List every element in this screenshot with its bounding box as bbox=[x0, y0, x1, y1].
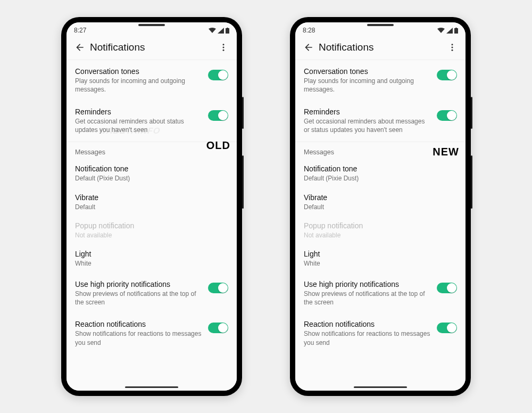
popup-sub: Not available bbox=[75, 231, 223, 239]
notification-tone-row[interactable]: Notification tone Default (Pixie Dust) bbox=[295, 159, 466, 187]
conversation-tones-sub: Play sounds for incoming and outgoing me… bbox=[304, 77, 431, 94]
phone-speaker bbox=[138, 24, 165, 26]
reaction-title: Reaction notifications bbox=[75, 319, 203, 329]
svg-rect-0 bbox=[226, 28, 229, 34]
status-time: 8:27 bbox=[74, 27, 86, 34]
conversation-tones-toggle[interactable] bbox=[437, 70, 457, 80]
wifi-icon bbox=[209, 28, 216, 34]
new-badge: NEW bbox=[433, 146, 459, 158]
notification-tone-title: Notification tone bbox=[75, 164, 223, 174]
reaction-notifications-row[interactable]: Reaction notifications Show notification… bbox=[66, 313, 237, 353]
svg-point-9 bbox=[452, 49, 453, 51]
reminders-title: Reminders bbox=[75, 107, 203, 117]
notification-tone-row[interactable]: Notification tone Default (Pixie Dust) bbox=[66, 159, 237, 187]
light-row[interactable]: Light White bbox=[66, 244, 237, 272]
reaction-toggle[interactable] bbox=[437, 323, 457, 333]
high-priority-toggle[interactable] bbox=[437, 283, 457, 293]
high-priority-sub: Show previews of notifications at the to… bbox=[304, 290, 431, 307]
appbar: Notifications bbox=[66, 36, 237, 60]
more-vertical-icon bbox=[447, 43, 457, 52]
divider bbox=[295, 142, 466, 142]
svg-rect-1 bbox=[227, 28, 228, 28]
light-row[interactable]: Light White bbox=[295, 244, 466, 272]
popup-notification-row: Popup notification Not available bbox=[295, 216, 466, 244]
home-indicator[interactable] bbox=[125, 386, 178, 388]
reminders-row[interactable]: Reminders Get occasional reminders about… bbox=[295, 101, 466, 141]
reaction-sub: Show notifications for reactions to mess… bbox=[304, 329, 431, 346]
svg-rect-5 bbox=[454, 28, 458, 34]
light-sub: White bbox=[304, 259, 452, 268]
high-priority-toggle[interactable] bbox=[208, 283, 228, 293]
more-vertical-icon bbox=[219, 43, 228, 52]
arrow-left-icon bbox=[74, 42, 85, 53]
conversation-tones-row[interactable]: Conversation tones Play sounds for incom… bbox=[66, 60, 237, 101]
conversation-tones-sub: Play sounds for incoming and outgoing me… bbox=[75, 77, 203, 94]
page-title: Notifications bbox=[90, 42, 213, 53]
signal-icon bbox=[446, 28, 453, 34]
back-button[interactable] bbox=[70, 42, 90, 53]
notification-tone-sub: Default (Pixie Dust) bbox=[304, 174, 452, 183]
reaction-notifications-row[interactable]: Reaction notifications Show notification… bbox=[295, 313, 466, 353]
notification-tone-title: Notification tone bbox=[304, 164, 452, 174]
page-title: Notifications bbox=[319, 42, 442, 53]
reminders-toggle[interactable] bbox=[437, 110, 457, 121]
settings-list[interactable]: Conversation tones Play sounds for incom… bbox=[295, 60, 466, 391]
vibrate-title: Vibrate bbox=[304, 193, 452, 202]
high-priority-row[interactable]: Use high priority notifications Show pre… bbox=[66, 273, 237, 313]
battery-icon bbox=[226, 28, 229, 34]
light-title: Light bbox=[304, 249, 452, 259]
conversation-tones-toggle[interactable] bbox=[208, 70, 228, 80]
phone-new: 8:28 Notifications Conversation tones Pl… bbox=[290, 17, 471, 396]
old-badge: OLD bbox=[206, 139, 230, 152]
status-icons bbox=[437, 28, 458, 34]
screen-new: 8:28 Notifications Conversation tones Pl… bbox=[295, 22, 466, 391]
reaction-title: Reaction notifications bbox=[304, 319, 431, 329]
reminders-sub: Get occasional reminders about messages … bbox=[304, 117, 431, 134]
vibrate-title: Vibrate bbox=[75, 193, 223, 202]
settings-list[interactable]: Conversation tones Play sounds for incom… bbox=[66, 60, 237, 391]
battery-icon bbox=[454, 28, 458, 34]
reminders-row[interactable]: Reminders Get occasional reminders about… bbox=[66, 101, 237, 141]
vibrate-row[interactable]: Vibrate Default bbox=[66, 188, 237, 216]
reminders-title: Reminders bbox=[304, 107, 431, 117]
light-title: Light bbox=[75, 249, 223, 259]
arrow-left-icon bbox=[303, 42, 314, 53]
signal-icon bbox=[218, 28, 224, 34]
phone-old: 8:27 Notifications Conversation tones Pl… bbox=[61, 17, 242, 396]
back-button[interactable] bbox=[298, 42, 319, 53]
popup-title: Popup notification bbox=[75, 221, 223, 230]
screen-old: 8:27 Notifications Conversation tones Pl… bbox=[66, 22, 237, 391]
svg-rect-6 bbox=[455, 28, 457, 28]
svg-point-4 bbox=[223, 49, 225, 51]
vibrate-sub: Default bbox=[304, 203, 452, 211]
light-sub: White bbox=[75, 259, 223, 268]
high-priority-title: Use high priority notifications bbox=[75, 279, 203, 289]
reaction-toggle[interactable] bbox=[208, 323, 228, 333]
notification-tone-sub: Default (Pixie Dust) bbox=[75, 174, 223, 183]
appbar: Notifications bbox=[295, 36, 466, 60]
popup-title: Popup notification bbox=[304, 221, 452, 230]
conversation-tones-title: Conversation tones bbox=[75, 67, 203, 76]
svg-point-3 bbox=[223, 47, 225, 48]
conversation-tones-row[interactable]: Conversation tones Play sounds for incom… bbox=[295, 60, 466, 101]
high-priority-sub: Show previews of notifications at the to… bbox=[75, 290, 203, 307]
reminders-sub: Get occasional reminders about status up… bbox=[75, 117, 203, 134]
wifi-icon bbox=[437, 28, 445, 34]
high-priority-title: Use high priority notifications bbox=[304, 279, 431, 289]
phone-speaker bbox=[367, 24, 394, 26]
home-indicator[interactable] bbox=[354, 386, 407, 388]
more-options-button[interactable] bbox=[213, 43, 234, 52]
svg-point-2 bbox=[223, 44, 225, 45]
popup-sub: Not available bbox=[304, 231, 452, 239]
status-time: 8:28 bbox=[303, 27, 315, 34]
status-icons bbox=[209, 28, 229, 34]
vibrate-sub: Default bbox=[75, 203, 223, 211]
reaction-sub: Show notifications for reactions to mess… bbox=[75, 329, 203, 346]
svg-point-8 bbox=[452, 47, 453, 48]
popup-notification-row: Popup notification Not available bbox=[66, 216, 237, 244]
high-priority-row[interactable]: Use high priority notifications Show pre… bbox=[295, 273, 466, 313]
reminders-toggle[interactable] bbox=[208, 110, 228, 121]
vibrate-row[interactable]: Vibrate Default bbox=[295, 188, 466, 216]
more-options-button[interactable] bbox=[442, 43, 462, 52]
conversation-tones-title: Conversation tones bbox=[304, 67, 431, 76]
